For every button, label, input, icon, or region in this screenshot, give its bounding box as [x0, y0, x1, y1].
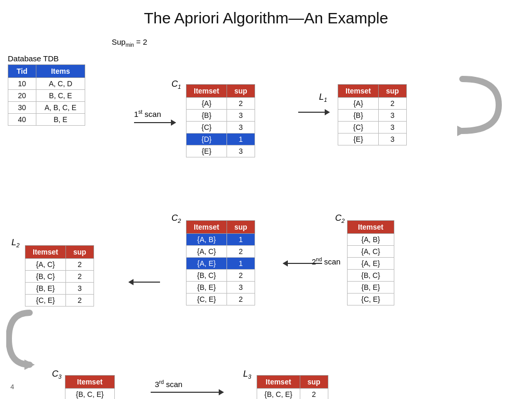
db-cell: 30: [8, 102, 36, 114]
c1-label: C1: [171, 79, 181, 90]
curved-arrow-top: [452, 74, 509, 138]
db-cell: B, C, E: [36, 90, 85, 102]
c2-right-table: Itemset {A, B}{A, C}{A, E}{B, C}{B, E}{C…: [347, 220, 394, 305]
l1-label: L1: [319, 92, 327, 103]
c2-center-cell: {A, E}: [187, 258, 227, 270]
c1-cell: {E}: [187, 145, 227, 157]
l3-sup: 2: [300, 389, 328, 400]
c2-center-cell: 2: [227, 246, 255, 258]
supmin-label: Supmin = 2: [112, 37, 147, 48]
l2-cell: 2: [66, 271, 94, 283]
l1-cell: 3: [379, 122, 407, 134]
l2-cell: 2: [66, 295, 94, 307]
c1-cell: 1: [227, 134, 255, 145]
l3-label: L3: [243, 369, 251, 380]
l1-table: Itemset sup {A}2{B}3{C}3{E}3: [338, 84, 407, 145]
c2-center-cell: {B, C}: [187, 270, 227, 282]
c1-cell: 2: [227, 98, 255, 110]
l1-cell: 3: [379, 134, 407, 145]
l1-cell: {E}: [338, 134, 379, 145]
l3-table: Itemset sup {B, C, E} 2: [257, 375, 328, 399]
l1-cell: {B}: [338, 110, 379, 122]
page-number: 4: [10, 383, 14, 391]
db-cell: A, C, D: [36, 78, 85, 90]
database-label: Database TDB: [8, 54, 59, 63]
c2-right-cell: {A, E}: [348, 258, 394, 270]
l2-label: L2: [11, 237, 20, 248]
c1-cell: 3: [227, 122, 255, 134]
c2-center-cell: {C, E}: [187, 294, 227, 305]
c1-table: Itemset sup {A}2{B}3{C}3{D}1{E}3: [186, 84, 255, 157]
l1-cell: 3: [379, 110, 407, 122]
c2-right-cell: {C, E}: [348, 294, 394, 305]
c1-cell: {C}: [187, 122, 227, 134]
c3-table: Itemset {B, C, E}: [65, 375, 115, 399]
db-cell: A, B, C, E: [36, 102, 85, 114]
c1-cell: 3: [227, 110, 255, 122]
curved-arrow-bottom: [6, 308, 37, 371]
db-cell: 20: [8, 90, 36, 102]
c3-label: C3: [52, 369, 61, 380]
svg-marker-1: [24, 360, 35, 370]
scan2-label: 2nd scan: [312, 257, 340, 266]
scan3-arrow: [151, 385, 223, 394]
db-cell: 10: [8, 78, 36, 90]
c1-l1-arrow: [298, 112, 329, 113]
l3-itemset: {B, C, E}: [257, 389, 300, 400]
c2-right-cell: {B, E}: [348, 282, 394, 294]
c2-center-cell: 1: [227, 234, 255, 246]
l2-table: Itemset sup {A, C}2{B, C}2{B, E}3{C, E}2: [25, 245, 94, 307]
l2-cell: {C, E}: [25, 295, 66, 307]
c2-center-cell: 2: [227, 294, 255, 305]
l2-cell: 3: [66, 283, 94, 295]
c1-cell: 3: [227, 145, 255, 157]
c2-center-label: C2: [171, 213, 181, 224]
l2-cell: {A, C}: [25, 259, 66, 271]
l2-cell: {B, E}: [25, 283, 66, 295]
c2-center-cell: 2: [227, 270, 255, 282]
c2-center-cell: {B, E}: [187, 282, 227, 294]
l2-cell: 2: [66, 259, 94, 271]
c1-cell: {D}: [187, 134, 227, 145]
c2-right-label: C2: [335, 213, 344, 224]
page-title: The Apriori Algorithm—An Example: [0, 0, 532, 32]
c2-right-cell: {B, C}: [348, 270, 394, 282]
scan1-arrow: [134, 116, 176, 125]
c2-right-cell: {A, B}: [348, 234, 394, 246]
db-table: Tid Items 10A, C, D20B, C, E30A, B, C, E…: [8, 64, 85, 126]
l1-cell: {C}: [338, 122, 379, 134]
c3-row: {B, C, E}: [65, 389, 115, 400]
c2-center-cell: 1: [227, 258, 255, 270]
scan2-arrow: [283, 263, 322, 264]
l2-arrow: [129, 282, 160, 283]
l1-cell: {A}: [338, 98, 379, 110]
c1-cell: {B}: [187, 110, 227, 122]
c2-right-cell: {A, C}: [348, 246, 394, 258]
c2-center-cell: 3: [227, 282, 255, 294]
db-cell: B, E: [36, 114, 85, 126]
svg-marker-0: [457, 126, 468, 136]
l2-cell: {B, C}: [25, 271, 66, 283]
db-cell: 40: [8, 114, 36, 126]
db-col-items: Items: [36, 65, 85, 78]
c1-cell: {A}: [187, 98, 227, 110]
db-col-tid: Tid: [8, 65, 36, 78]
l1-cell: 2: [379, 98, 407, 110]
c2-center-cell: {A, C}: [187, 246, 227, 258]
c2-center-cell: {A, B}: [187, 234, 227, 246]
c2-center-table: Itemset sup {A, B}1{A, C}2{A, E}1{B, C}2…: [186, 220, 255, 305]
